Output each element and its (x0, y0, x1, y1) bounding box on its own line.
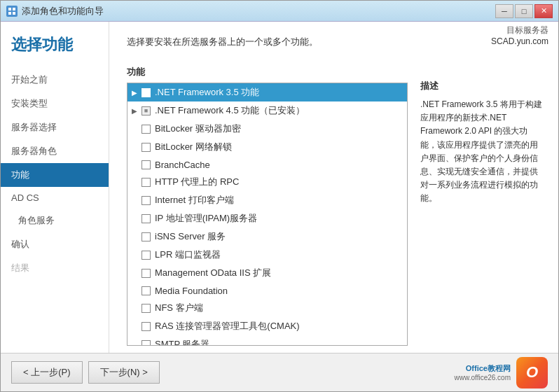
expand-arrow-icon[interactable]: ▶ (132, 107, 142, 115)
feature-name: RAS 连接管理器管理工具包(CMAK) (155, 320, 403, 332)
feature-item-lpr[interactable]: LPR 端口监视器 (127, 246, 407, 264)
expand-arrow-icon[interactable]: ▶ (132, 89, 142, 97)
svg-rect-1 (13, 8, 15, 10)
checkbox-smtp[interactable] (142, 340, 151, 346)
checkbox-branchcache[interactable] (142, 160, 151, 169)
feature-name: BranchCache (155, 160, 403, 170)
sidebar-item-label: 服务器角色 (11, 146, 57, 156)
checkbox-http-rpc[interactable] (142, 178, 151, 187)
sidebar-item-confirm[interactable]: 确认 (1, 232, 109, 256)
main-window: 添加角色和功能向导 ─ □ ✕ 选择功能 开始之前 安装类型 服务器选择 服务器… (0, 0, 559, 392)
target-label: 目标服务器 (491, 24, 548, 36)
title-bar-controls: ─ □ ✕ (495, 4, 553, 18)
feature-name: .NET Framework 3.5 功能 (155, 86, 403, 99)
svg-rect-0 (8, 8, 11, 10)
feature-item-bitlocker-net[interactable]: BitLocker 网络解锁 (127, 138, 407, 156)
feature-name: IP 地址管理(IPAM)服务器 (155, 212, 403, 225)
feature-name: NFS 客户端 (155, 302, 403, 314)
sidebar-item-adcs[interactable]: AD CS (1, 187, 109, 209)
nav-buttons: < 上一步(P) 下一步(N) > (11, 361, 160, 384)
feature-item-internet-print[interactable]: Internet 打印客户端 (127, 191, 407, 209)
close-button[interactable]: ✕ (534, 4, 553, 18)
feature-item-branchcache[interactable]: BranchCache (127, 156, 407, 173)
feature-item-bitlocker-drive[interactable]: BitLocker 驱动器加密 (127, 120, 407, 138)
sidebar-item-label: 结果 (11, 262, 29, 273)
minimize-button[interactable]: ─ (495, 4, 513, 18)
feature-name: Internet 打印客户端 (155, 194, 403, 206)
feature-name: .NET Framework 4.5 功能（已安装） (155, 104, 403, 117)
sidebar-item-start[interactable]: 开始之前 (1, 68, 109, 92)
description-section: 描述 .NET Framework 3.5 将用于构建应用程序的新技术.NET … (408, 66, 544, 346)
sidebar-item-label: 开始之前 (11, 74, 48, 85)
feature-name: LPR 端口监视器 (155, 248, 403, 261)
sidebar-item-result: 结果 (1, 256, 109, 280)
branding-area: Office教程网 www.office26.com O (455, 357, 548, 388)
feature-name: HTTP 代理上的 RPC (155, 176, 403, 188)
target-server-name: SCAD.yun.com (491, 36, 548, 46)
next-button[interactable]: 下一步(N) > (88, 361, 160, 384)
feature-list[interactable]: ▶ .NET Framework 3.5 功能 ▶ ■ .NET Fram (127, 83, 407, 345)
sidebar-item-features[interactable]: 功能 (1, 163, 109, 187)
sidebar-item-install-type[interactable]: 安装类型 (1, 92, 109, 115)
checkbox-internet-print[interactable] (142, 196, 151, 205)
sidebar-item-label: AD CS (11, 192, 39, 203)
instruction-text: 选择要安装在所选服务器上的一个或多个功能。 (127, 36, 544, 48)
feature-item-ipam[interactable]: IP 地址管理(IPAM)服务器 (127, 209, 407, 227)
svg-rect-2 (8, 12, 11, 15)
feature-item-media-foundation[interactable]: Media Foundation (127, 282, 407, 299)
feature-item-management-odata[interactable]: Management OData IIS 扩展 (127, 264, 407, 282)
checkbox-net45[interactable]: ■ (142, 106, 151, 115)
prev-button[interactable]: < 上一步(P) (11, 361, 83, 384)
feature-item-isns[interactable]: iSNS Server 服务 (127, 227, 407, 246)
feature-item-net35[interactable]: ▶ .NET Framework 3.5 功能 (127, 83, 407, 102)
feature-name: Media Foundation (155, 286, 403, 296)
content-header: 选择要安装在所选服务器上的一个或多个功能。 (127, 36, 544, 55)
feature-section: 功能 ▶ .NET Framework 3.5 功能 ▶ (127, 66, 408, 346)
maximize-button[interactable]: □ (515, 4, 533, 18)
feature-item-ras-cmak[interactable]: RAS 连接管理器管理工具包(CMAK) (127, 317, 407, 335)
sidebar-item-label: 服务器选择 (11, 122, 57, 132)
feature-item-nfs[interactable]: NFS 客户端 (127, 299, 407, 317)
sidebar-item-label: 安装类型 (11, 98, 48, 108)
content-area: 选择要安装在所选服务器上的一个或多个功能。 功能 ▶ .NET Framewor… (109, 22, 558, 353)
checkbox-net35[interactable] (142, 88, 151, 97)
description-text: .NET Framework 3.5 将用于构建应用程序的新技术.NET Fra… (420, 98, 544, 206)
feature-item-smtp[interactable]: SMTP 服务器 (127, 335, 407, 345)
feature-item-http-rpc[interactable]: HTTP 代理上的 RPC (127, 173, 407, 191)
sidebar: 选择功能 开始之前 安装类型 服务器选择 服务器角色 功能 AD CS 角色服务 (1, 22, 109, 353)
checkbox-bitlocker-drive[interactable] (142, 125, 151, 134)
sidebar-item-server-select[interactable]: 服务器选择 (1, 115, 109, 139)
feature-name: SMTP 服务器 (155, 338, 403, 345)
svg-rect-3 (13, 12, 15, 15)
sidebar-item-role-service[interactable]: 角色服务 (1, 209, 109, 232)
window-title: 添加角色和功能向导 (22, 5, 104, 18)
feature-name: BitLocker 驱动器加密 (155, 122, 403, 135)
target-server-panel: 目标服务器 SCAD.yun.com (491, 24, 548, 46)
window-icon (6, 6, 18, 17)
checkbox-nfs[interactable] (142, 304, 151, 313)
feature-item-net45[interactable]: ▶ ■ .NET Framework 4.5 功能（已安装） (127, 102, 407, 120)
sidebar-item-server-role[interactable]: 服务器角色 (1, 139, 109, 163)
features-label: 功能 (127, 66, 408, 78)
checkbox-media-foundation[interactable] (142, 286, 151, 295)
feature-list-container: ▶ .NET Framework 3.5 功能 ▶ ■ .NET Fram (127, 83, 408, 346)
checkbox-ras-cmak[interactable] (142, 322, 151, 331)
title-bar: 添加角色和功能向导 ─ □ ✕ (1, 1, 558, 22)
sidebar-item-label: 功能 (11, 169, 29, 180)
site-label: Office教程网 (466, 363, 511, 374)
sidebar-item-label: 角色服务 (18, 215, 55, 225)
checkbox-ipam[interactable] (142, 214, 151, 223)
checkbox-bitlocker-net[interactable] (142, 143, 151, 152)
feature-name: Management OData IIS 扩展 (155, 267, 403, 279)
sidebar-heading: 选择功能 (1, 36, 109, 68)
feature-name: BitLocker 网络解锁 (155, 141, 403, 153)
feature-name: iSNS Server 服务 (155, 230, 403, 243)
description-label: 描述 (420, 80, 544, 92)
site-url: www.office26.com (455, 374, 511, 382)
checkbox-lpr[interactable] (142, 251, 151, 260)
main-content: 选择功能 开始之前 安装类型 服务器选择 服务器角色 功能 AD CS 角色服务 (1, 22, 558, 353)
checkbox-isns[interactable] (142, 232, 151, 241)
checkbox-management-odata[interactable] (142, 269, 151, 278)
title-bar-left: 添加角色和功能向导 (6, 5, 104, 18)
sidebar-item-label: 确认 (11, 239, 29, 249)
